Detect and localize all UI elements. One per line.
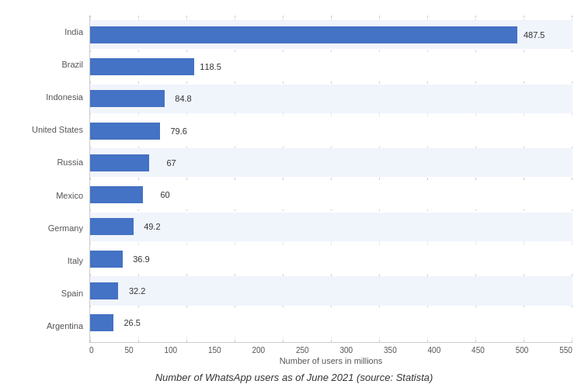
bar-value-label: 79.6 [170,126,186,136]
bar-row: 32.2 [90,276,572,305]
y-label: Germany [16,224,83,233]
bar-value-label: 49.2 [144,222,160,231]
bar-row: 487.5 [90,20,572,49]
chart-area: IndiaBrazilIndonesiaUnited StatesRussiaM… [16,16,572,343]
bar: 67 [90,154,149,171]
bars-container: 487.5118.584.879.6676049.236.932.226.5 [90,16,572,342]
y-label: Spain [16,289,83,298]
bar-row: 79.6 [90,116,572,145]
x-tick: 200 [252,346,265,355]
x-tick: 50 [124,346,133,355]
x-axis: 050100150200250300350400450500550 [89,343,572,355]
bar-value-label: 32.2 [129,286,145,296]
chart-container: IndiaBrazilIndonesiaUnited StatesRussiaM… [16,16,572,383]
bar-value-label: 60 [160,190,169,199]
bar: 118.5 [90,58,194,75]
x-tick: 350 [384,346,397,355]
x-tick: 300 [340,346,353,355]
x-tick: 250 [296,346,309,355]
y-label: Argentina [16,322,83,330]
bar-row: 36.9 [90,244,572,273]
bar-value-label: 26.5 [124,318,140,327]
bar-value-label: 487.5 [524,30,545,40]
bar: 79.6 [90,123,160,140]
bar: 84.8 [90,90,165,107]
bar-row: 60 [90,180,572,209]
y-label: United States [16,126,83,134]
y-label: Brazil [16,61,83,69]
x-tick: 500 [516,346,529,355]
bar-row: 49.2 [90,213,572,241]
bar: 487.5 [90,26,517,43]
y-label: Indonesia [16,93,83,102]
x-tick: 0 [89,346,94,355]
y-label: Mexico [16,192,83,200]
x-tick: 150 [208,346,221,355]
bar: 32.2 [90,282,118,299]
bar-row: 26.5 [90,309,572,337]
x-tick: 100 [164,346,177,355]
y-label: Russia [16,158,83,167]
bar: 36.9 [90,251,123,268]
bar: 60 [90,186,143,203]
bar-row: 118.5 [90,52,572,81]
bar-value-label: 36.9 [133,254,149,264]
bar-value-label: 67 [166,158,176,168]
x-tick: 400 [428,346,441,355]
y-label: India [16,28,83,36]
y-axis-labels: IndiaBrazilIndonesiaUnited StatesRussiaM… [16,16,89,343]
bar-value-label: 84.8 [175,94,191,103]
bar: 26.5 [90,314,113,331]
x-tick: 550 [559,346,572,355]
x-tick: 450 [471,346,485,355]
bar: 49.2 [90,218,134,235]
bar-row: 67 [90,148,572,177]
x-axis-title: Number of users in millions [89,356,572,365]
bar-row: 84.8 [90,85,572,113]
plot-area: 487.5118.584.879.6676049.236.932.226.5 [89,16,572,343]
bar-value-label: 118.5 [200,62,221,71]
chart-title: Number of WhatsApp users as of June 2021… [16,372,572,383]
y-label: Italy [16,257,83,265]
